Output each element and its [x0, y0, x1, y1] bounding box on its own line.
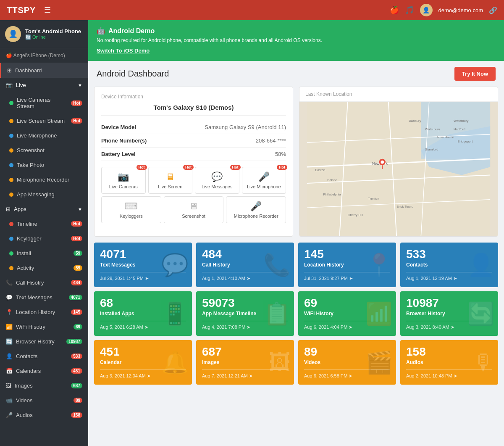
browser-icon: 🔄	[6, 338, 13, 345]
feature-label: Live Cameras	[109, 184, 138, 189]
svg-text:Easton: Easton	[315, 168, 325, 172]
sidebar-item-live-cameras[interactable]: Live Cameras Stream Hot	[3, 92, 88, 113]
sidebar-item-take-photo[interactable]: Take Photo	[3, 158, 88, 172]
stat-audios[interactable]: 158 Audios Aug 2, 2021 10:48 PM ➤ 🎙	[400, 340, 498, 385]
dot-icon	[9, 119, 13, 123]
feature-label: Live Messages	[202, 184, 232, 189]
feature-label: Live Microphone	[247, 184, 281, 189]
sidebar-item-browser-history[interactable]: 🔄 Browser Hisotry 10987	[0, 334, 88, 349]
dot-icon	[9, 148, 13, 153]
feature-live-screen[interactable]: Hot 🖥 Live Screen	[148, 167, 193, 194]
sidebar-item-live-microphone[interactable]: Live Microphone	[3, 128, 88, 143]
hot-badge: Hot	[183, 165, 194, 170]
device-display-name: Tom's Galaxy S10 (Demos)	[101, 104, 286, 116]
phone-number-row: Phone Number(s) 208-664-****	[101, 134, 286, 148]
switch-to-ios-link[interactable]: Switch To iOS Demo	[97, 48, 150, 54]
apple-icon[interactable]: 🍎	[390, 5, 399, 15]
svg-text:Waterbury: Waterbury	[454, 119, 469, 123]
share-icon[interactable]: 🔗	[489, 6, 497, 14]
dot-icon	[9, 178, 13, 182]
sidebar-profile: 👤 Tom's Android Phone 🔄 Online	[0, 20, 88, 48]
sidebar-item-microphone-recorder[interactable]: Microphone Recorder	[3, 172, 88, 187]
feature-keyloggers[interactable]: ⌨ Keyloggers	[101, 196, 161, 223]
map-card-title: Last Known Location	[299, 87, 498, 102]
sidebar-item-install[interactable]: Install 59	[3, 246, 88, 261]
dot-icon	[9, 251, 13, 256]
feature-label: Keyloggers	[120, 214, 143, 219]
svg-text:Hartford: Hartford	[454, 127, 465, 131]
sidebar-section-live[interactable]: 📷 Live ▼	[0, 78, 88, 92]
location-bg-icon: 📍	[365, 252, 393, 278]
wifi-icon: 📶	[6, 324, 13, 330]
stat-text-messages[interactable]: 4071 Text Messages Jul 29, 2021 1:45 PM …	[94, 243, 192, 287]
dashboard-header: Android Dashboard Try It Now	[88, 61, 504, 87]
audios-bg-icon: 🎙	[473, 350, 495, 375]
try-it-now-button[interactable]: Try It Now	[454, 67, 496, 81]
stat-browser-history[interactable]: 10987 Browser History Aug 3, 2021 8:40 A…	[400, 291, 498, 336]
stat-contacts[interactable]: 533 Contacts Aug 1, 2021 12:19 AM ➤ 👤	[400, 243, 498, 287]
sidebar-item-audios[interactable]: 🎤 Audios 158	[0, 408, 88, 422]
sidebar-item-call-history[interactable]: 📞 Call Hisotry 484	[0, 275, 88, 290]
stats-grid-row3: 451 Calendar Aug 3, 2021 12:04 AM ➤ 🔔 68…	[88, 340, 504, 389]
stat-calendar[interactable]: 451 Calendar Aug 3, 2021 12:04 AM ➤ 🔔	[94, 340, 192, 385]
svg-text:Bridgeport: Bridgeport	[458, 140, 473, 143]
brand-logo: TTSPY	[7, 5, 36, 15]
dot-icon	[9, 101, 13, 105]
sidebar-item-location-history[interactable]: 📍 Location History 145	[0, 305, 88, 319]
user-avatar[interactable]: 👤	[420, 4, 433, 16]
stat-wifi-history[interactable]: 69 WiFi History Aug 6, 2021 4:04 PM ➤ 📶	[298, 291, 396, 336]
device-info-section-title: Device Information	[101, 94, 286, 100]
feature-screenshot[interactable]: 🖥 Screenshot	[164, 196, 224, 223]
sidebar-item-keylogger[interactable]: Keylogger Hot	[3, 231, 88, 246]
calendar-bg-icon: 🔔	[161, 350, 189, 375]
top-nav: TTSPY ☰ 🍎 🎵 👤 demo@demo.com 🔗	[0, 0, 504, 20]
features-grid-row2: ⌨ Keyloggers 🖥 Screenshot 🎤 Microphone R…	[101, 196, 286, 223]
sidebar-item-timeline[interactable]: Timeline Hot	[3, 216, 88, 231]
sidebar-item-text-messages[interactable]: 💬 Text Messages 4071	[0, 290, 88, 305]
sidebar-item-screenshot[interactable]: Screenshot	[3, 143, 88, 158]
sidebar-item-images[interactable]: 🖼 Images 687	[0, 378, 88, 393]
sidebar-item-calendars[interactable]: 📅 Calendars 451	[0, 364, 88, 378]
stat-installed-apps[interactable]: 68 Installed Apps Aug 5, 2021 6:28 AM ➤ …	[94, 291, 192, 336]
sidebar-item-app-messaging[interactable]: App Messaging	[3, 187, 88, 202]
sidebar-item-wifi-history[interactable]: 📶 WiFi Hisotry 69	[0, 319, 88, 334]
feature-live-microphone[interactable]: Hot 🎤 Live Microphone	[242, 167, 286, 194]
dashboard-icon: ⊞	[7, 67, 12, 74]
sidebar-section-apps[interactable]: ⊞ Apps ▼	[0, 202, 88, 216]
android-banner: 🤖 Android Demo No rooting required for A…	[88, 20, 504, 61]
feature-microphone-recorder[interactable]: 🎤 Microphone Recorder	[226, 196, 286, 223]
svg-text:Stamford: Stamford	[425, 148, 438, 151]
stat-call-history[interactable]: 484 Call History Aug 1, 2021 4:10 AM ➤ 📞	[196, 243, 294, 287]
device-name: Tom's Android Phone	[25, 28, 81, 34]
stat-app-message-timeline[interactable]: 59073 App Message Timeline Aug 4, 2021 7…	[196, 291, 294, 336]
sidebar-item-dashboard[interactable]: ⊞ Dashboard	[0, 63, 88, 78]
battery-level-label: Battery Level	[101, 151, 136, 157]
sidebar-item-videos[interactable]: 📹 Videos 89	[0, 393, 88, 408]
music-icon[interactable]: 🎵	[405, 5, 414, 15]
dot-icon	[9, 163, 13, 167]
sidebar-item-live-screen[interactable]: Live Screen Stream Hot	[3, 113, 88, 128]
phone-number-value: 208-664-****	[256, 137, 286, 144]
timeline-bg-icon: 📋	[263, 301, 291, 327]
message-icon: 💬	[6, 294, 13, 301]
mic-recorder-icon: 🎤	[229, 201, 283, 212]
stat-videos[interactable]: 89 Videos Aug 6, 2021 6:58 PM ➤ 🎬	[298, 340, 396, 385]
sidebar-item-angels-iphone[interactable]: 🍎 Angel's iPhone (Demo)	[0, 48, 88, 63]
feature-live-cameras[interactable]: Hot 📷 Live Cameras	[101, 167, 146, 194]
camera-icon: 📷	[104, 172, 143, 182]
device-model-label: Device Model	[101, 124, 136, 130]
sidebar-item-contacts[interactable]: 👤 Contacts 533	[0, 349, 88, 364]
dashboard-title: Android Dashboard	[97, 69, 169, 79]
map-placeholder: New York Easton Philadelphia New Haven H…	[299, 102, 498, 236]
device-info-card: Device Information Tom's Galaxy S10 (Dem…	[94, 87, 293, 237]
hamburger-icon[interactable]: ☰	[44, 5, 51, 15]
features-grid-row1: Hot 📷 Live Cameras Hot 🖥 Live Screen Hot…	[101, 167, 286, 194]
feature-live-messages[interactable]: Hot 💬 Live Messages	[195, 167, 239, 194]
stat-location-history[interactable]: 145 Location History Jul 31, 2021 9:27 P…	[298, 243, 396, 287]
dot-icon	[9, 193, 13, 197]
phone-bg-icon: 📞	[263, 252, 291, 278]
sidebar-item-activity[interactable]: Activity 59	[3, 261, 88, 275]
stat-images[interactable]: 687 Images Aug 7, 2021 12:21 AM ➤ 🖼	[196, 340, 294, 385]
svg-text:Waterbury: Waterbury	[425, 127, 440, 131]
feature-label: Live Screen	[158, 184, 182, 189]
